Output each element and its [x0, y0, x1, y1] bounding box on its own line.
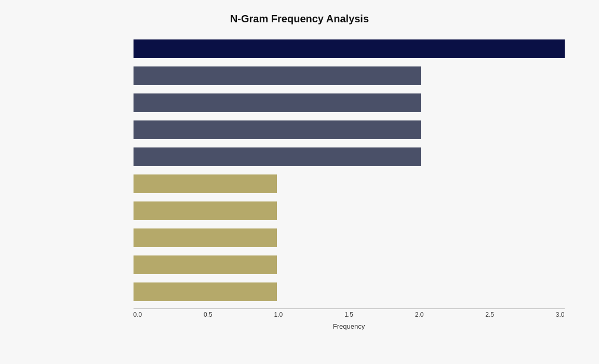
bar-fill	[134, 255, 277, 274]
bar-track	[134, 228, 565, 247]
bar-track	[134, 39, 565, 58]
x-ticks: 0.00.51.01.52.02.53.0	[134, 311, 565, 318]
bar-fill	[134, 147, 421, 166]
x-axis: 0.00.51.01.52.02.53.0	[134, 308, 565, 318]
bar-track	[134, 255, 565, 274]
x-tick: 0.0	[134, 311, 142, 318]
x-axis-line	[134, 308, 565, 309]
bar-fill	[134, 93, 421, 112]
bar-fill	[134, 228, 277, 247]
bar-row: engineer discover openai	[134, 224, 565, 251]
chart-title: N-Gram Frequency Analysis	[24, 13, 575, 25]
bar-track	[134, 201, 565, 220]
bar-track	[134, 282, 565, 301]
bar-track	[134, 147, 565, 166]
bar-row: store chat plain	[134, 143, 565, 170]
bar-fill	[134, 201, 277, 220]
bar-track	[134, 120, 565, 139]
bar-row: hash software engineer	[134, 170, 565, 197]
bar-fill	[134, 39, 565, 58]
bar-fill	[134, 174, 277, 193]
x-tick: 1.5	[344, 311, 353, 318]
bar-track	[134, 66, 565, 85]
bar-track	[134, 93, 565, 112]
bar-row: chatgpt macos app	[134, 116, 565, 143]
bar-row: software engineer discover	[134, 197, 565, 224]
chart-container: N-Gram Frequency Analysis chat plain tex…	[14, 3, 585, 361]
x-tick: 3.0	[556, 311, 565, 318]
x-tick: 2.5	[485, 311, 494, 318]
bar-row: chatgpt app mac	[134, 62, 565, 89]
bar-fill	[134, 66, 421, 85]
x-axis-label: Frequency	[134, 322, 565, 330]
x-tick: 1.0	[274, 311, 283, 318]
chart-inner: chat plain textchatgpt app macchatgpt ma…	[24, 35, 575, 330]
x-tick: 0.5	[204, 311, 212, 318]
bar-row: openai chatgpt app	[134, 278, 565, 305]
bar-fill	[134, 120, 421, 139]
x-tick: 2.0	[415, 311, 424, 318]
bar-fill	[134, 282, 277, 301]
bar-track	[134, 174, 565, 193]
bar-row: discover openai chatgpt	[134, 251, 565, 278]
bar-row: chatgpt mac app	[134, 89, 565, 116]
chart-area: chat plain textchatgpt app macchatgpt ma…	[24, 35, 575, 305]
bar-row: chat plain text	[134, 35, 565, 62]
